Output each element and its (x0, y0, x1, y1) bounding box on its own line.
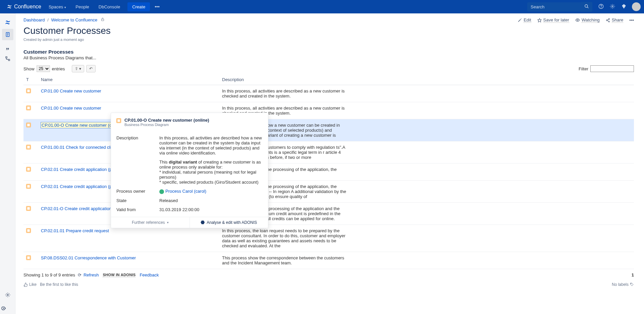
crumb-welcome[interactable]: Welcome to Confluence (51, 17, 97, 22)
process-name-link[interactable]: CP.01.00 Create new customer (41, 88, 101, 93)
process-desc: In this process, all activities are desc… (222, 88, 346, 99)
breadcrumb: Dashboard / Welcome to Confluence (23, 17, 518, 22)
no-labels[interactable]: No labels (612, 282, 634, 287)
popover-type: Business Process Diagram (124, 123, 209, 127)
svg-point-3 (601, 7, 601, 8)
brand[interactable]: Confluence (3, 4, 45, 10)
watching-button[interactable]: Watching (575, 17, 600, 23)
rail-logo-icon[interactable] (2, 17, 13, 28)
process-type-icon (26, 184, 31, 189)
process-type-icon (26, 106, 31, 110)
pagesize-select[interactable]: 25 (37, 65, 50, 72)
process-popover: CP.01.00-O Create new customer (online) … (111, 113, 268, 228)
process-name-link[interactable]: CP.02.01 Create credit application (priv… (41, 167, 122, 172)
table-info: Showing 1 to 9 of 9 entries (23, 272, 75, 277)
refresh-link[interactable]: Refresh (84, 272, 99, 277)
edit-button[interactable]: Edit (518, 17, 531, 23)
svg-point-15 (577, 19, 578, 21)
search-button[interactable] (581, 2, 592, 12)
col-type[interactable]: T (23, 74, 38, 85)
process-name-link[interactable]: CP.01.00 Create new customer (41, 106, 101, 111)
popover-analyse-button[interactable]: Analyse & edit with ADONIS (190, 217, 268, 228)
popover-type-icon (116, 118, 121, 123)
popover-desc-value: In this process, all activities are desc… (159, 135, 263, 185)
process-type-icon (26, 255, 31, 260)
svg-point-18 (608, 21, 609, 22)
star-icon (537, 18, 542, 22)
nav-dbconsole[interactable]: DbConsole (95, 2, 124, 11)
page-actions: Edit Save for later Watching Share ••• (518, 17, 634, 23)
nav-more-button[interactable]: ••• (151, 2, 163, 11)
search-icon (584, 4, 589, 9)
filter-input[interactable] (590, 65, 634, 72)
like-button[interactable]: Like (23, 282, 37, 287)
create-button[interactable]: Create (127, 2, 150, 11)
svg-line-20 (607, 20, 608, 21)
restrictions-icon[interactable] (101, 17, 105, 22)
filter-label: Filter (579, 66, 588, 71)
process-name-link[interactable]: SP.08.DSS02.01 Correspondence with Custo… (41, 255, 136, 260)
svg-rect-10 (8, 59, 10, 61)
process-name-link[interactable]: CP.01.00.01 Check for connected clients (41, 145, 119, 150)
tag-icon (630, 282, 634, 287)
rail-settings-icon[interactable] (2, 289, 13, 301)
popover-valid-value: 31.03.2019 22:00:00 (159, 207, 263, 212)
svg-rect-9 (6, 57, 7, 58)
top-nav: Confluence Spaces People DbConsole Creat… (0, 0, 644, 13)
page-number[interactable]: 1 (632, 272, 634, 277)
popover-owner-link[interactable]: Process Carol (carol) (165, 189, 206, 194)
pencil-icon (518, 18, 522, 22)
svg-marker-14 (538, 18, 541, 22)
rail-tree-icon[interactable] (2, 53, 13, 64)
nav-people[interactable]: People (71, 2, 93, 11)
svg-point-12 (2, 307, 5, 310)
export-button[interactable]: ⇪ ▾ (72, 65, 84, 72)
nav-spaces[interactable]: Spaces (45, 2, 70, 11)
process-type-icon (26, 145, 31, 149)
user-avatar[interactable] (632, 2, 641, 11)
section-subtitle: All Business Process Diagrams that... (23, 55, 634, 60)
sidebar-rail: „ (0, 13, 15, 314)
section-title: Customer Processes (23, 49, 634, 55)
more-actions-button[interactable]: ••• (629, 18, 634, 23)
process-name-link[interactable]: CP.02.01 Create credit application (priv… (41, 184, 122, 189)
col-name[interactable]: Name (38, 74, 219, 85)
gear-icon[interactable] (607, 2, 618, 12)
table-controls: Show 25 entries ⇪ ▾ ↶ Filter (23, 65, 634, 72)
entries-label: entries (52, 66, 65, 71)
save-later-button[interactable]: Save for later (537, 17, 569, 23)
col-desc[interactable]: Description (219, 74, 634, 85)
share-button[interactable]: Share (606, 17, 624, 23)
rail-expand-icon[interactable] (1, 306, 9, 312)
rail-pages-icon[interactable] (2, 29, 13, 40)
popover-title: CP.01.00-O Create new customer (online) (124, 118, 209, 123)
popover-references-button[interactable]: Further references ▾ (111, 217, 190, 228)
table-row: SP.08.DSS02.01 Correspondence with Custo… (23, 252, 634, 269)
share-icon (606, 18, 610, 22)
show-in-adonis-link[interactable]: SHOW IN ADONIS (103, 273, 136, 277)
help-icon[interactable] (596, 2, 606, 12)
eye-icon (575, 18, 580, 22)
popover-state-value: Released (159, 198, 263, 203)
refresh-icon[interactable]: ⟳ (78, 272, 82, 277)
svg-rect-13 (101, 19, 104, 21)
page-title: Customer Processes (23, 25, 634, 36)
crumb-dashboard[interactable]: Dashboard (23, 17, 45, 22)
chevron-down-icon: ▾ (167, 221, 169, 224)
like-first-text: Be the first to like this (40, 282, 78, 287)
process-name-link[interactable]: CP.02.01.01 Prepare credit request (41, 228, 109, 233)
svg-line-1 (587, 7, 589, 8)
page-content: Dashboard / Welcome to Confluence Edit S… (15, 13, 644, 314)
process-desc: This process show the correspondence bet… (222, 255, 346, 265)
search-input[interactable] (527, 2, 581, 11)
rail-quote-icon[interactable]: „ (2, 41, 13, 52)
svg-point-17 (606, 19, 607, 20)
undo-button[interactable]: ↶ (86, 65, 96, 72)
feedback-link[interactable]: Feedback (140, 272, 159, 277)
user-icon (159, 189, 164, 194)
svg-line-19 (607, 19, 608, 20)
process-type-icon (26, 88, 31, 93)
process-type-icon (26, 167, 31, 172)
popover-desc-label: Description (116, 135, 159, 185)
notifications-icon[interactable] (619, 2, 629, 12)
